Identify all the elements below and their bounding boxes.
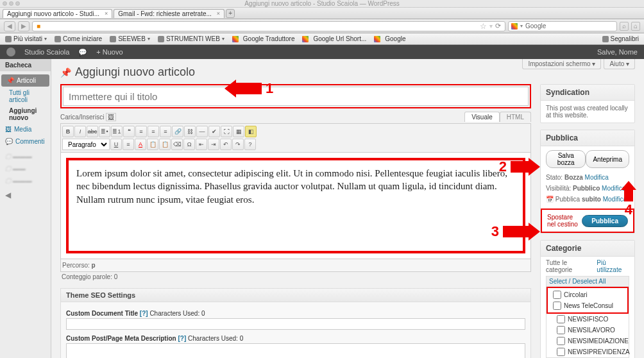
window-title: Aggiungi nuovo articolo - Studio Scaiola… [244, 0, 400, 7]
kitchen-sink-icon[interactable]: ▦ [233, 126, 244, 137]
back-button[interactable]: ◀ [4, 21, 15, 31]
menu-all-posts[interactable]: Tutti gli articoli [0, 87, 51, 105]
menu-blur2[interactable]: ▢ ▬▬ [0, 162, 51, 175]
menu-dashboard[interactable]: Bacheca [0, 59, 51, 71]
paste-text-icon[interactable]: 📋 [147, 139, 158, 150]
search-icon[interactable]: ⌕ [620, 22, 629, 31]
close-tab-icon[interactable]: × [105, 10, 108, 17]
wordpress-icon [6, 47, 15, 56]
cat-tab-used[interactable]: Più utilizzate [597, 259, 629, 273]
cat-checkbox-1[interactable] [553, 302, 561, 310]
publish-title[interactable]: Pubblica [541, 130, 634, 146]
upload-label: Carica/Inserisci [60, 114, 104, 121]
url-field[interactable]: ■☆▾⟳ [32, 21, 505, 31]
menu-blur1[interactable]: ▢ ▬▬▬ [0, 150, 51, 162]
upload-media-icon[interactable]: 🖼 [106, 113, 116, 121]
ab-user[interactable]: Salve, Nome [597, 48, 638, 56]
bm-gurl[interactable]: Google Url Short... [302, 35, 366, 42]
unlink-icon[interactable]: ⛓ [184, 126, 196, 137]
bm-getting-started[interactable]: Come iniziare [55, 35, 102, 42]
seo-box-title[interactable]: Theme SEO Settings [61, 289, 530, 302]
bold-icon[interactable]: B [62, 126, 74, 137]
collapse-menu-icon[interactable]: ◀ [0, 187, 51, 203]
post-title-input[interactable] [63, 87, 529, 106]
cat-tab-all[interactable]: Tutte le categorie [546, 259, 590, 273]
cat-checkbox-5[interactable] [557, 348, 565, 356]
menu-add-new[interactable]: Aggiungi nuovo [0, 105, 51, 123]
textcolor-icon[interactable]: A [135, 139, 146, 150]
editor-content[interactable]: Lorem ipsum dolor sit amet, consectetur … [66, 158, 525, 253]
reload-icon[interactable]: ⟳ [495, 22, 501, 30]
redo-icon[interactable]: ↷ [232, 139, 244, 150]
more-icon[interactable]: — [196, 126, 208, 137]
tab-html[interactable]: HTML [500, 112, 531, 122]
extra-icon[interactable]: ◧ [245, 126, 257, 137]
italic-icon[interactable]: I [74, 126, 86, 137]
forward-button[interactable]: ▶ [18, 21, 30, 31]
bm-google[interactable]: Google [374, 35, 405, 42]
justify-icon[interactable]: ≡ [123, 139, 134, 150]
categories-title[interactable]: Categorie [541, 241, 634, 257]
edit-status-link[interactable]: Modifica [585, 174, 609, 181]
quote-icon[interactable]: ❝ [123, 126, 135, 137]
format-select[interactable]: Paragrafo [62, 139, 110, 150]
select-all-link[interactable]: Select / Deselect All [547, 277, 629, 287]
bm-strumenti[interactable]: STRUMENTI WEB [158, 35, 225, 42]
menu-blur3[interactable]: ▢ ▬▬▬ [0, 175, 51, 187]
bm-most-visited[interactable]: Più visitati [5, 35, 47, 42]
tab-visual[interactable]: Visuale [464, 112, 500, 122]
new-tab-button[interactable]: + [226, 9, 235, 18]
help-icon[interactable]: [?] [178, 335, 186, 342]
cat-checkbox-0[interactable] [553, 291, 561, 299]
screen-options-tab[interactable]: Impostazioni schermo ▾ [522, 59, 601, 69]
trash-link[interactable]: Spostare nel cestino [547, 214, 582, 228]
bm-seeweb[interactable]: SEEWEB [110, 35, 150, 42]
help-icon[interactable]: [?] [140, 310, 148, 317]
home-icon[interactable]: ⌂ [631, 22, 640, 31]
editor-toolbar: B I abc ≣• ≣1 ❝ ≡ ≡ ≡ 🔗 ⛓ — ✔ ⛶ [60, 123, 531, 153]
ol-icon[interactable]: ≣1 [111, 126, 123, 137]
char-icon[interactable]: Ω [183, 139, 195, 150]
syndication-title[interactable]: Syndication [541, 85, 634, 101]
close-dot[interactable] [3, 1, 7, 6]
bm-gtrad[interactable]: Google Traduttore [232, 35, 295, 42]
strike-icon[interactable]: abc [87, 126, 98, 137]
help-tab[interactable]: Aiuto ▾ [604, 59, 635, 69]
cat-checkbox-4[interactable] [557, 337, 565, 345]
bookmark-star-icon[interactable]: ☆ [480, 22, 487, 31]
preview-button[interactable]: Anteprima [586, 150, 629, 168]
menu-comments[interactable]: 💬 Commenti [0, 135, 51, 148]
ab-comments[interactable]: 💬 [78, 48, 87, 56]
cat-checkbox-3[interactable] [557, 326, 565, 334]
min-dot[interactable] [9, 1, 13, 6]
underline-icon[interactable]: U [110, 139, 122, 150]
menu-media[interactable]: 🖼 Media [0, 123, 51, 135]
wp-logo[interactable] [6, 47, 15, 56]
align-center-icon[interactable]: ≡ [148, 126, 159, 137]
seo-doc-title-input[interactable] [66, 318, 525, 330]
save-draft-button[interactable]: Salva bozza [546, 150, 586, 168]
align-right-icon[interactable]: ≡ [160, 126, 171, 137]
bm-bookmarks[interactable]: Segnalibri [602, 35, 639, 42]
help-icon[interactable]: ? [244, 139, 256, 150]
spell-icon[interactable]: ✔ [208, 126, 220, 137]
ab-new[interactable]: + Nuovo [96, 48, 123, 56]
browser-tab-1[interactable]: Aggiungi nuovo articolo - Studi...× [3, 9, 112, 18]
remove-format-icon[interactable]: ⌫ [171, 139, 183, 150]
close-tab-icon[interactable]: × [217, 10, 220, 17]
align-left-icon[interactable]: ≡ [135, 126, 147, 137]
undo-icon[interactable]: ↶ [220, 139, 232, 150]
indent-icon[interactable]: ⇥ [208, 139, 219, 150]
outdent-icon[interactable]: ⇤ [196, 139, 207, 150]
ab-site[interactable]: Studio Scaiola [24, 48, 69, 56]
cat-checkbox-2[interactable] [557, 315, 565, 323]
menu-posts[interactable]: 📌 Articoli [1, 74, 49, 87]
fullscreen-icon[interactable]: ⛶ [221, 126, 232, 137]
ul-icon[interactable]: ≣• [99, 126, 110, 137]
zoom-dot[interactable] [15, 1, 20, 6]
link-icon[interactable]: 🔗 [172, 126, 183, 137]
search-field[interactable]: ▾Google [508, 21, 617, 31]
browser-tab-2[interactable]: Gmail - Fwd: richieste arretrate...× [114, 9, 225, 18]
seo-meta-desc-input[interactable] [66, 343, 525, 358]
paste-word-icon[interactable]: 📋 [159, 139, 171, 150]
